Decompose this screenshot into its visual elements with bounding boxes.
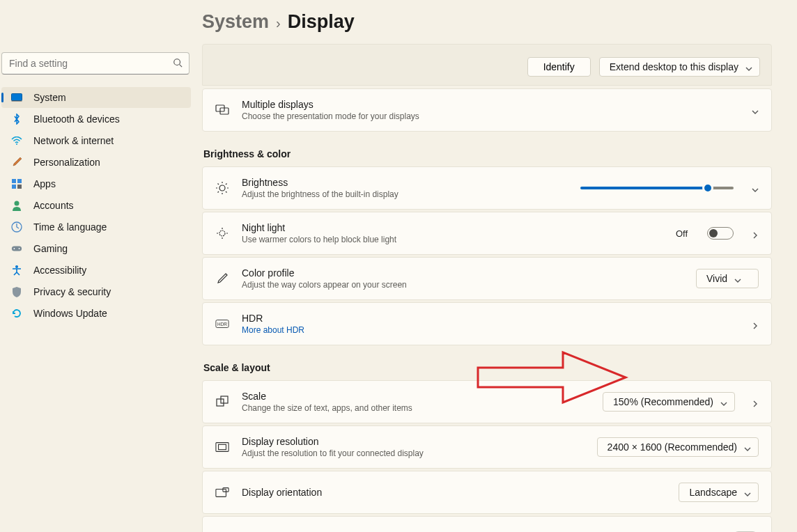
sidebar-item-label: Apps [33, 178, 56, 189]
row-text: Brightness Adjust the brightness of the … [242, 177, 568, 199]
sidebar-item-apps[interactable]: Apps [1, 173, 191, 194]
main-content: System › Display Identify Extend desktop… [195, 0, 797, 532]
search-icon [173, 58, 183, 68]
row-subtitle: Use warmer colors to help block blue lig… [242, 235, 663, 244]
sidebar-item-label: Privacy & security [33, 286, 111, 297]
color-profile-row[interactable]: Color profile Adjust the way colors appe… [202, 257, 772, 300]
sidebar-item-accounts[interactable]: Accounts [1, 195, 191, 216]
sidebar-item-label: Accessibility [33, 265, 86, 276]
chevron-down-icon [752, 107, 759, 114]
scale-icon [215, 395, 229, 409]
section-brightness-color: Brightness & color [203, 148, 772, 159]
svg-rect-7 [12, 185, 16, 189]
chevron-down-icon [744, 489, 751, 496]
sidebar-item-time-language[interactable]: Time & language [1, 217, 191, 237]
extend-desktop-dropdown[interactable]: Extend desktop to this display [599, 57, 760, 77]
hdr-more-link[interactable]: More about HDR [242, 325, 739, 335]
svg-point-12 [14, 248, 15, 249]
svg-rect-2 [12, 94, 22, 101]
display-arrangement-panel: Identify Extend desktop to this display [202, 44, 772, 86]
brightness-slider[interactable] [580, 187, 734, 189]
svg-point-18 [219, 230, 225, 236]
multiple-displays-row[interactable]: Multiple displays Choose the presentatio… [202, 88, 772, 132]
chevron-right-icon [752, 230, 759, 237]
row-title: Display orientation [242, 487, 666, 498]
globe-clock-icon [11, 221, 22, 233]
section-scale-layout: Scale & layout [203, 362, 772, 373]
sidebar-item-windows-update[interactable]: Windows Update [1, 303, 191, 324]
sidebar-item-label: Windows Update [33, 308, 107, 319]
orientation-row[interactable]: Display orientation Landscape [202, 471, 772, 514]
night-light-status: Off [676, 228, 688, 239]
identify-button[interactable]: Identify [527, 57, 591, 77]
row-text: Display resolution Adjust the resolution… [242, 436, 585, 458]
color-profile-value: Vivid [706, 273, 727, 284]
svg-rect-6 [17, 179, 22, 183]
orientation-dropdown[interactable]: Landscape [679, 483, 759, 502]
search-input[interactable] [1, 52, 189, 75]
svg-rect-25 [216, 489, 226, 496]
scale-row[interactable]: Scale Change the size of text, apps, and… [202, 380, 772, 423]
resolution-row[interactable]: Display resolution Adjust the resolution… [202, 425, 772, 469]
sidebar-item-label: Bluetooth & devices [33, 114, 120, 125]
accessibility-icon [11, 265, 22, 276]
chevron-down-icon [734, 275, 741, 282]
svg-point-9 [15, 201, 20, 206]
sidebar-item-label: System [33, 92, 66, 103]
row-title: Color profile [242, 267, 683, 279]
sidebar-item-label: Gaming [33, 243, 68, 254]
svg-point-17 [219, 185, 225, 191]
scale-dropdown[interactable]: 150% (Recommended) [603, 392, 735, 412]
night-light-row[interactable]: Night light Use warmer colors to help bl… [202, 212, 772, 255]
sidebar-item-label: Accounts [33, 200, 74, 211]
row-title: Scale [242, 391, 590, 402]
svg-rect-11 [12, 246, 22, 251]
svg-rect-24 [219, 444, 226, 449]
breadcrumb-parent[interactable]: System [202, 11, 269, 33]
resolution-dropdown[interactable]: 2400 × 1600 (Recommended) [597, 437, 759, 457]
row-text: HDR More about HDR [242, 313, 739, 335]
sidebar-item-bluetooth[interactable]: Bluetooth & devices [1, 109, 191, 130]
night-light-toggle[interactable] [707, 227, 734, 240]
color-profile-dropdown[interactable]: Vivid [696, 269, 759, 288]
orientation-icon [215, 485, 229, 499]
row-title: Night light [242, 222, 663, 233]
sun-icon [215, 181, 229, 195]
svg-text:HDR: HDR [217, 322, 227, 327]
row-subtitle: Adjust the resolution to fit your connec… [242, 448, 585, 458]
person-icon [11, 200, 22, 211]
svg-rect-3 [12, 101, 22, 102]
sidebar-item-label: Personalization [33, 157, 100, 168]
shield-icon [11, 286, 22, 297]
row-title: HDR [242, 313, 739, 324]
sidebar-item-accessibility[interactable]: Accessibility [1, 260, 191, 281]
update-icon [11, 308, 22, 319]
row-subtitle: Adjust the way colors appear on your scr… [242, 280, 683, 290]
sidebar-item-label: Time & language [33, 221, 107, 233]
resolution-value: 2400 × 1600 (Recommended) [608, 441, 737, 453]
sidebar-item-personalization[interactable]: Personalization [1, 152, 191, 173]
row-text: Display orientation [242, 487, 666, 498]
sidebar-item-system[interactable]: System [1, 87, 191, 108]
hdr-row[interactable]: HDR HDR More about HDR [202, 302, 772, 345]
row-subtitle: Adjust the brightness of the built-in di… [242, 189, 568, 199]
slider-thumb[interactable] [702, 182, 713, 194]
gamepad-icon [11, 243, 22, 254]
breadcrumb-separator: › [276, 15, 281, 31]
sidebar-item-network[interactable]: Network & internet [1, 130, 191, 151]
chevron-down-icon [744, 444, 751, 451]
sidebar-item-privacy[interactable]: Privacy & security [1, 281, 191, 302]
bluetooth-icon [11, 114, 22, 125]
sidebar-item-gaming[interactable]: Gaming [1, 238, 191, 259]
brightness-row[interactable]: Brightness Adjust the brightness of the … [202, 166, 772, 210]
svg-point-4 [16, 143, 17, 145]
night-light-icon [215, 226, 229, 240]
sidebar-item-label: Network & internet [33, 135, 114, 146]
row-title: Display resolution [242, 436, 585, 447]
wifi-icon [11, 135, 22, 146]
row-text: Multiple displays Choose the presentatio… [242, 99, 739, 121]
scale-value: 150% (Recommended) [613, 396, 713, 407]
row-text: Color profile Adjust the way colors appe… [242, 267, 683, 290]
svg-point-14 [15, 265, 18, 268]
svg-point-13 [19, 248, 20, 249]
